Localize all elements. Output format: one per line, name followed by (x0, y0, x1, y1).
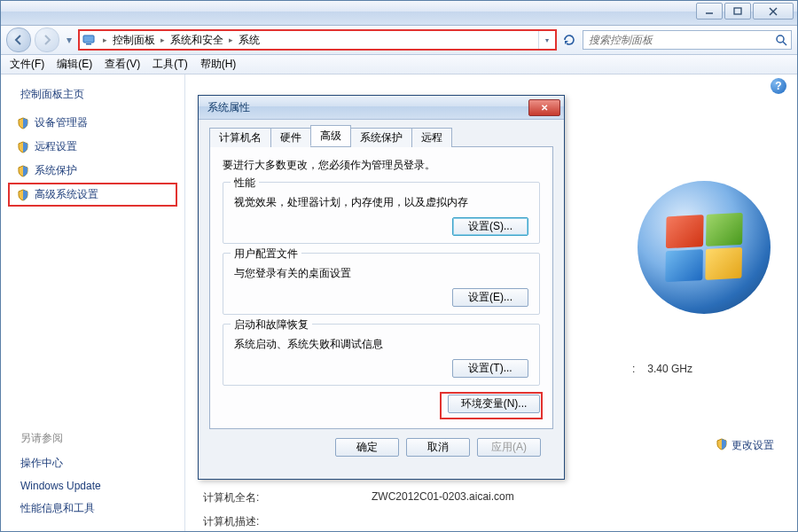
tab-remote[interactable]: 远程 (411, 128, 452, 147)
performance-group: 性能 视觉效果，处理器计划，内存使用，以及虚拟内存 设置(S)... (223, 182, 540, 244)
dialog-titlebar[interactable]: 系统属性 ✕ (199, 96, 564, 120)
cpu-speed-value: :3.40 GHz (632, 363, 692, 375)
dialog-tabs: 计算机名 硬件 高级 系统保护 远程 (209, 127, 553, 147)
shield-icon (17, 165, 29, 177)
tab-hardware[interactable]: 硬件 (270, 128, 311, 147)
shield-icon (17, 141, 29, 153)
shield-icon (716, 438, 728, 453)
dialog-close-button[interactable]: ✕ (528, 99, 560, 116)
breadcrumb-item[interactable]: 系统 (237, 33, 262, 48)
history-dropdown-icon[interactable]: ▾ (63, 30, 75, 50)
forward-button[interactable] (35, 27, 59, 52)
full-name-label: 计算机全名: (203, 490, 336, 505)
breadcrumb-item[interactable]: 系统和安全 (168, 33, 225, 48)
windows-logo (638, 181, 771, 314)
menu-bar: 文件(F) 编辑(E) 查看(V) 工具(T) 帮助(H) (1, 55, 797, 74)
sidebar-also-title: 另请参阅 (1, 431, 184, 451)
search-icon[interactable] (771, 34, 791, 46)
sidebar: 控制面板主页 设备管理器 远程设置 系统保护 高级系统设置 另请参阅 操作中心 … (1, 74, 185, 532)
change-settings-link[interactable]: 更改设置 (716, 438, 774, 453)
breadcrumb-dropdown-icon[interactable]: ▾ (538, 31, 555, 49)
startup-recovery-title: 启动和故障恢复 (231, 317, 312, 332)
tab-system-protection[interactable]: 系统保护 (350, 128, 412, 147)
startup-recovery-settings-button[interactable]: 设置(T)... (452, 359, 528, 378)
sidebar-item-remote-settings[interactable]: 远程设置 (1, 135, 184, 159)
tab-advanced[interactable]: 高级 (310, 125, 351, 146)
performance-settings-button[interactable]: 设置(S)... (452, 217, 528, 236)
close-button[interactable] (753, 3, 794, 20)
help-icon[interactable]: ? (771, 78, 786, 94)
performance-text: 视觉效果，处理器计划，内存使用，以及虚拟内存 (234, 195, 528, 210)
full-name-value: ZWC2012C01-0203.aicai.com (372, 490, 514, 505)
apply-button[interactable]: 应用(A) (477, 438, 541, 457)
navigation-bar: ▾ ▸ 控制面板 ▸ 系统和安全 ▸ 系统 ▾ (1, 26, 797, 55)
user-profile-settings-button[interactable]: 设置(E)... (452, 288, 528, 307)
search-box[interactable] (583, 30, 792, 50)
system-properties-dialog: 系统属性 ✕ 计算机名 硬件 高级 系统保护 远程 要进行大多数更改，您必须作为… (198, 95, 565, 480)
environment-variables-button[interactable]: 环境变量(N)... (448, 395, 540, 413)
computer-icon (80, 33, 98, 47)
startup-recovery-text: 系统启动、系统失败和调试信息 (234, 337, 528, 352)
dialog-title: 系统属性 (207, 100, 250, 115)
svg-rect-4 (83, 35, 94, 43)
chevron-right-icon: ▸ (227, 35, 235, 44)
tab-page-advanced: 要进行大多数更改，您必须作为管理员登录。 性能 视觉效果，处理器计划，内存使用，… (209, 147, 553, 429)
menu-file[interactable]: 文件(F) (4, 55, 50, 74)
ok-button[interactable]: 确定 (335, 438, 399, 457)
user-profile-text: 与您登录有关的桌面设置 (234, 266, 528, 281)
startup-recovery-group: 启动和故障恢复 系统启动、系统失败和调试信息 设置(T)... (223, 324, 540, 386)
sidebar-item-label: 高级系统设置 (35, 187, 98, 202)
admin-note: 要进行大多数更改，您必须作为管理员登录。 (223, 158, 540, 173)
breadcrumb-item[interactable]: 控制面板 (111, 33, 157, 48)
tab-computer-name[interactable]: 计算机名 (209, 128, 271, 147)
menu-view[interactable]: 查看(V) (99, 55, 145, 74)
menu-tools[interactable]: 工具(T) (147, 55, 192, 74)
dialog-footer: 确定 取消 应用(A) (209, 429, 553, 457)
sidebar-home-link[interactable]: 控制面板主页 (1, 87, 184, 111)
svg-rect-1 (734, 8, 741, 14)
env-button-row: 环境变量(N)... (223, 395, 540, 413)
svg-line-7 (783, 42, 786, 45)
search-input[interactable] (583, 34, 771, 46)
shield-icon (17, 117, 29, 129)
description-label: 计算机描述: (203, 514, 336, 529)
chevron-right-icon: ▸ (159, 35, 167, 44)
sidebar-link-action-center[interactable]: 操作中心 (1, 451, 184, 475)
sidebar-item-label: 设备管理器 (35, 115, 88, 130)
menu-edit[interactable]: 编辑(E) (51, 55, 98, 74)
menu-help[interactable]: 帮助(H) (195, 55, 242, 74)
sidebar-link-performance-info[interactable]: 性能信息和工具 (1, 497, 184, 520)
maximize-button[interactable] (724, 3, 751, 20)
sidebar-item-system-protection[interactable]: 系统保护 (1, 159, 184, 183)
minimize-button[interactable] (696, 3, 723, 20)
window-titlebar (1, 1, 797, 26)
breadcrumb-bar[interactable]: ▸ 控制面板 ▸ 系统和安全 ▸ 系统 ▾ (79, 30, 556, 50)
dialog-body: 计算机名 硬件 高级 系统保护 远程 要进行大多数更改，您必须作为管理员登录。 … (199, 120, 564, 457)
svg-point-6 (777, 35, 784, 43)
user-profile-title: 用户配置文件 (231, 246, 301, 262)
svg-rect-5 (86, 43, 91, 45)
sidebar-item-label: 系统保护 (35, 163, 77, 178)
sidebar-item-label: 远程设置 (35, 139, 77, 154)
shield-icon (17, 189, 29, 201)
change-settings-label: 更改设置 (732, 438, 774, 453)
refresh-button[interactable] (559, 30, 579, 50)
cancel-button[interactable]: 取消 (406, 438, 470, 457)
chevron-right-icon: ▸ (101, 35, 109, 44)
performance-title: 性能 (231, 176, 259, 191)
back-button[interactable] (6, 27, 31, 52)
breadcrumb[interactable]: ▸ 控制面板 ▸ 系统和安全 ▸ 系统 (98, 33, 265, 48)
user-profile-group: 用户配置文件 与您登录有关的桌面设置 设置(E)... (223, 253, 540, 315)
computer-info-section: 计算机全名: ZWC2012C01-0203.aicai.com 计算机描述: (203, 490, 779, 532)
sidebar-item-device-manager[interactable]: 设备管理器 (1, 111, 184, 135)
explorer-window: ▾ ▸ 控制面板 ▸ 系统和安全 ▸ 系统 ▾ 文件(F) 编辑(E) 查看(V… (0, 0, 798, 532)
sidebar-item-advanced-settings[interactable]: 高级系统设置 (8, 183, 177, 207)
sidebar-link-windows-update[interactable]: Windows Update (1, 475, 184, 497)
